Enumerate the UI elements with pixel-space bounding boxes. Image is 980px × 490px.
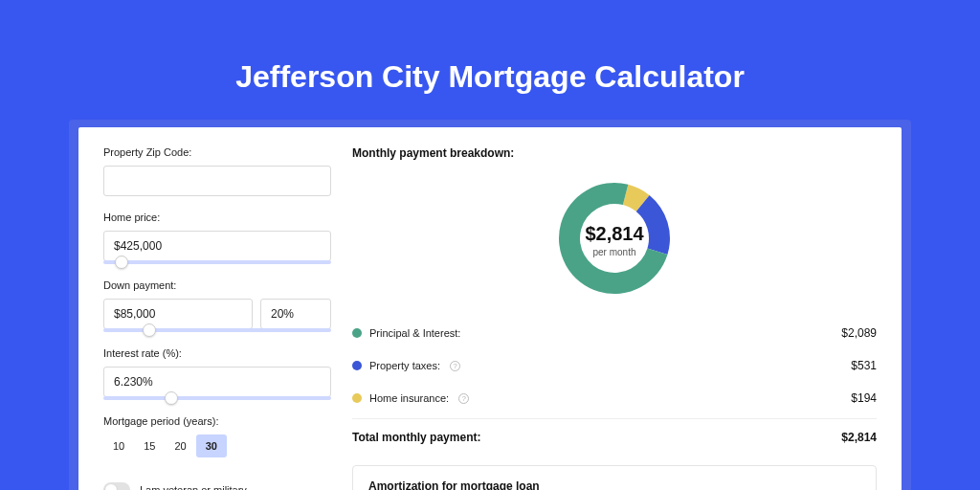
total-row: Total monthly payment: $2,814	[352, 418, 877, 448]
veteran-row: I am veteran or military	[103, 482, 331, 490]
price-slider[interactable]	[103, 260, 331, 264]
zip-input[interactable]	[103, 166, 331, 196]
period-tab-30[interactable]: 30	[196, 434, 227, 457]
legend-dot	[352, 361, 362, 370]
down-slider-thumb[interactable]	[143, 323, 156, 337]
rate-slider[interactable]	[103, 396, 331, 400]
legend-dot	[352, 328, 362, 338]
down-label: Down payment:	[103, 279, 331, 291]
page-title: Jefferson City Mortgage Calculator	[0, 0, 980, 120]
period-label: Mortgage period (years):	[103, 415, 331, 427]
legend-label: Principal & Interest:	[369, 327, 460, 339]
info-icon[interactable]: ?	[450, 361, 460, 371]
price-label: Home price:	[103, 212, 331, 223]
legend-label: Property taxes:	[369, 360, 440, 371]
price-slider-thumb[interactable]	[115, 256, 128, 269]
calculator-card: Property Zip Code: Home price: Down paym…	[78, 127, 902, 490]
donut-amount: $2,814	[585, 223, 643, 245]
amortization-title: Amortization for mortgage loan	[368, 479, 860, 490]
zip-label: Property Zip Code:	[103, 146, 331, 158]
down-amount-input[interactable]	[103, 299, 253, 329]
period-tab-10[interactable]: 10	[103, 434, 134, 457]
down-percent-input[interactable]	[260, 299, 331, 329]
total-label: Total monthly payment:	[352, 431, 480, 444]
veteran-label: I am veteran or military	[140, 484, 247, 490]
form-column: Property Zip Code: Home price: Down paym…	[103, 146, 331, 490]
legend-value: $2,089	[841, 326, 877, 340]
period-tab-20[interactable]: 20	[166, 434, 196, 457]
legend: Principal & Interest:$2,089Property taxe…	[352, 317, 877, 414]
legend-label: Home insurance:	[369, 392, 449, 404]
down-slider[interactable]	[103, 328, 331, 332]
rate-slider-thumb[interactable]	[165, 391, 178, 405]
breakdown-column: Monthly payment breakdown: $2,814 per mo…	[352, 146, 877, 490]
legend-value: $194	[851, 391, 877, 405]
price-input[interactable]	[103, 231, 331, 261]
amortization-card: Amortization for mortgage loan Amortizat…	[352, 465, 877, 490]
calculator-outer-card: Property Zip Code: Home price: Down paym…	[69, 120, 911, 490]
rate-label: Interest rate (%):	[103, 347, 331, 359]
legend-row: Property taxes:?$531	[352, 349, 877, 382]
legend-dot	[352, 393, 362, 403]
legend-row: Principal & Interest:$2,089	[352, 317, 877, 349]
period-tabs: 10152030	[103, 434, 331, 457]
rate-input[interactable]	[103, 367, 331, 397]
breakdown-title: Monthly payment breakdown:	[352, 146, 877, 160]
info-icon[interactable]: ?	[458, 393, 469, 404]
total-value: $2,814	[841, 431, 877, 444]
veteran-toggle[interactable]	[103, 482, 130, 490]
period-tab-15[interactable]: 15	[134, 434, 165, 457]
donut-sub: per month	[585, 247, 643, 257]
donut-center: $2,814 per month	[585, 223, 643, 257]
legend-value: $531	[851, 359, 877, 372]
donut-chart: $2,814 per month	[352, 171, 877, 317]
legend-row: Home insurance:?$194	[352, 382, 877, 414]
